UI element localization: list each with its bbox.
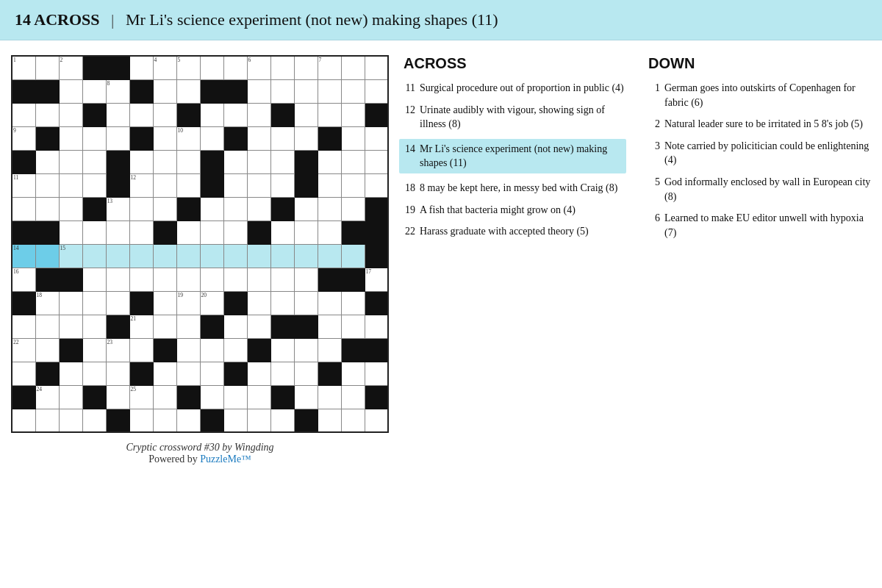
grid-cell-8-13[interactable] [318, 244, 341, 268]
grid-cell-1-4[interactable]: 8 [106, 79, 129, 103]
grid-cell-9-0[interactable]: 16 [12, 268, 35, 291]
grid-cell-13-3[interactable] [82, 362, 106, 385]
grid-cell-7-5[interactable] [129, 220, 153, 244]
grid-cell-5-1[interactable] [35, 173, 59, 197]
grid-cell-1-12[interactable] [294, 79, 318, 103]
clue-item-12[interactable]: 12Urinate audibly with vigour, showing s… [404, 103, 626, 132]
grid-cell-0-10[interactable]: 6 [247, 56, 270, 79]
grid-cell-5-3[interactable] [82, 173, 106, 197]
grid-cell-7-4[interactable] [106, 220, 129, 244]
grid-cell-10-11[interactable] [270, 291, 294, 315]
grid-cell-5-9[interactable] [223, 173, 247, 197]
grid-cell-3-12[interactable] [294, 126, 318, 150]
clue-item-11[interactable]: 11Surgical procedure out of proportion i… [404, 81, 626, 96]
grid-cell-12-9[interactable] [223, 338, 247, 362]
grid-cell-5-14[interactable] [341, 173, 365, 197]
grid-cell-9-12[interactable] [294, 268, 318, 291]
grid-cell-5-0[interactable]: 11 [12, 173, 35, 197]
grid-cell-3-2[interactable] [59, 126, 82, 150]
grid-cell-0-13[interactable]: 7 [318, 56, 341, 79]
grid-cell-10-8[interactable]: 20 [200, 291, 223, 315]
grid-cell-5-10[interactable] [247, 173, 270, 197]
grid-cell-12-1[interactable] [35, 338, 59, 362]
grid-cell-15-10[interactable] [247, 409, 270, 432]
grid-cell-7-2[interactable] [59, 220, 82, 244]
grid-cell-6-13[interactable] [318, 197, 341, 220]
grid-cell-11-9[interactable] [223, 315, 247, 338]
grid-cell-8-10[interactable] [247, 244, 270, 268]
grid-cell-0-2[interactable]: 2 [59, 56, 82, 79]
grid-cell-2-2[interactable] [59, 103, 82, 126]
grid-cell-12-12[interactable] [294, 338, 318, 362]
grid-cell-13-12[interactable] [294, 362, 318, 385]
grid-cell-10-12[interactable] [294, 291, 318, 315]
grid-cell-14-5[interactable]: 25 [129, 385, 153, 409]
clue-item-3[interactable]: 3Note carried by policitician could be e… [648, 139, 871, 168]
grid-cell-9-10[interactable] [247, 268, 270, 291]
grid-cell-3-14[interactable] [341, 126, 365, 150]
grid-cell-5-6[interactable] [153, 173, 176, 197]
grid-cell-6-12[interactable] [294, 197, 318, 220]
grid-cell-2-0[interactable] [12, 103, 35, 126]
grid-cell-15-15[interactable] [365, 409, 388, 432]
grid-cell-15-13[interactable] [318, 409, 341, 432]
grid-cell-14-2[interactable] [59, 385, 82, 409]
grid-cell-12-7[interactable] [176, 338, 200, 362]
grid-cell-10-13[interactable] [318, 291, 341, 315]
grid-cell-7-7[interactable] [176, 220, 200, 244]
grid-cell-4-3[interactable] [82, 150, 106, 173]
grid-cell-2-14[interactable] [341, 103, 365, 126]
grid-cell-8-4[interactable] [106, 244, 129, 268]
grid-cell-15-1[interactable] [35, 409, 59, 432]
grid-cell-14-4[interactable] [106, 385, 129, 409]
grid-cell-4-11[interactable] [270, 150, 294, 173]
grid-cell-9-6[interactable] [153, 268, 176, 291]
grid-cell-1-7[interactable] [176, 79, 200, 103]
grid-cell-14-1[interactable]: 24 [35, 385, 59, 409]
clue-item-1[interactable]: 1German goes into outskirts of Copenhage… [648, 81, 871, 110]
grid-cell-13-15[interactable] [365, 362, 388, 385]
grid-cell-15-7[interactable] [176, 409, 200, 432]
grid-cell-13-7[interactable] [176, 362, 200, 385]
grid-cell-8-2[interactable]: 15 [59, 244, 82, 268]
grid-cell-11-13[interactable] [318, 315, 341, 338]
grid-cell-6-14[interactable] [341, 197, 365, 220]
grid-cell-1-2[interactable] [59, 79, 82, 103]
grid-cell-1-6[interactable] [153, 79, 176, 103]
grid-cell-5-13[interactable] [318, 173, 341, 197]
grid-cell-3-10[interactable] [247, 126, 270, 150]
grid-cell-8-6[interactable] [153, 244, 176, 268]
grid-cell-3-4[interactable] [106, 126, 129, 150]
grid-cell-3-0[interactable]: 9 [12, 126, 35, 150]
grid-cell-14-10[interactable] [247, 385, 270, 409]
grid-cell-15-14[interactable] [341, 409, 365, 432]
grid-cell-2-13[interactable] [318, 103, 341, 126]
grid-cell-13-2[interactable] [59, 362, 82, 385]
grid-cell-15-9[interactable] [223, 409, 247, 432]
grid-cell-14-8[interactable] [200, 385, 223, 409]
grid-cell-6-10[interactable] [247, 197, 270, 220]
grid-cell-13-14[interactable] [341, 362, 365, 385]
grid-cell-4-6[interactable] [153, 150, 176, 173]
grid-cell-15-3[interactable] [82, 409, 106, 432]
grid-cell-1-11[interactable] [270, 79, 294, 103]
grid-cell-14-9[interactable] [223, 385, 247, 409]
grid-cell-3-15[interactable] [365, 126, 388, 150]
grid-cell-15-2[interactable] [59, 409, 82, 432]
grid-cell-7-3[interactable] [82, 220, 106, 244]
grid-cell-8-11[interactable] [270, 244, 294, 268]
grid-cell-11-10[interactable] [247, 315, 270, 338]
grid-cell-11-5[interactable]: 21 [129, 315, 153, 338]
grid-cell-4-1[interactable] [35, 150, 59, 173]
grid-cell-15-6[interactable] [153, 409, 176, 432]
grid-cell-12-0[interactable]: 22 [12, 338, 35, 362]
grid-cell-7-8[interactable] [200, 220, 223, 244]
grid-cell-8-0[interactable]: 14 [12, 244, 35, 268]
grid-cell-5-7[interactable] [176, 173, 200, 197]
grid-cell-12-13[interactable] [318, 338, 341, 362]
grid-cell-12-8[interactable] [200, 338, 223, 362]
clue-item-22[interactable]: 22Harass graduate with accepted theory (… [404, 224, 626, 239]
grid-cell-6-1[interactable] [35, 197, 59, 220]
grid-cell-11-7[interactable] [176, 315, 200, 338]
grid-cell-8-1[interactable] [35, 244, 59, 268]
